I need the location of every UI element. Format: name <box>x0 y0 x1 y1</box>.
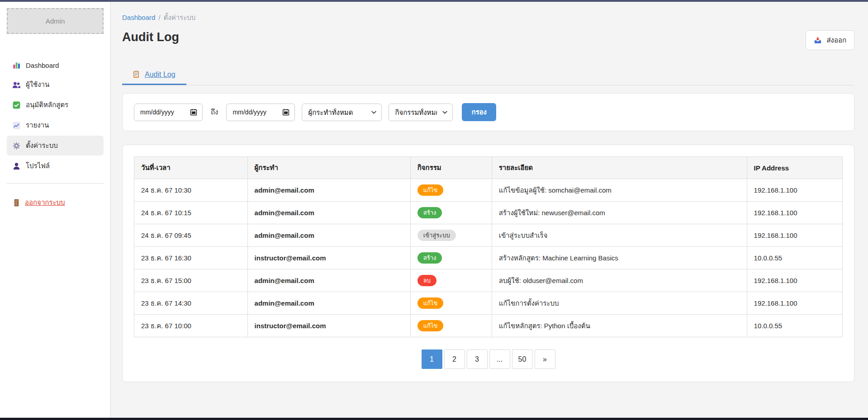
pagination-page-...[interactable]: ... <box>489 349 510 369</box>
table-row: 24 ธ.ค. 67 09:45 admin@email.com เข้าสู่… <box>134 224 843 247</box>
cell-datetime: 24 ธ.ค. 67 10:15 <box>134 202 248 224</box>
pagination-page-1[interactable]: 1 <box>422 349 442 369</box>
activity-filter-select[interactable]: กิจกรรมทั้งหมด <box>389 104 453 121</box>
date-to-field <box>226 104 295 121</box>
sidebar-item-label: ตั้งค่าระบบ <box>26 140 58 151</box>
export-tray-icon <box>814 36 822 45</box>
gear-icon <box>12 142 21 150</box>
sidebar-item-profile[interactable]: โปรไฟล์ <box>7 156 104 176</box>
sidebar-item-approve-courses[interactable]: อนุมัติหลักสูตร <box>7 95 104 115</box>
cell-actor: admin@email.com <box>247 224 410 247</box>
sidebar-item-label: อนุมัติหลักสูตร <box>26 99 68 110</box>
sidebar-item-label: รายงาน <box>26 120 49 131</box>
cell-action: แก้ไข <box>410 315 492 337</box>
column-header: กิจกรรม <box>410 157 492 179</box>
breadcrumb-current: ตั้งค่าระบบ <box>164 14 196 21</box>
app-root: Admin Dashboard ผู้ใช้งาน อนุมัติหลักสูต… <box>0 2 868 418</box>
export-button-label: ส่งออก <box>826 35 846 46</box>
action-badge: ลบ <box>417 275 436 286</box>
line-chart-icon <box>12 121 21 130</box>
pagination-page-2[interactable]: 2 <box>444 349 465 369</box>
logout-label: ออกจากระบบ <box>25 197 65 208</box>
cell-action: แก้ไข <box>410 292 492 315</box>
cell-actor: admin@email.com <box>247 292 410 315</box>
action-badge: แก้ไข <box>417 320 444 331</box>
tab-audit-log-label: Audit Log <box>145 71 175 79</box>
cell-details: ลบผู้ใช้: olduser@email.com <box>492 269 747 292</box>
sidebar-divider <box>7 183 104 184</box>
cell-actor: admin@email.com <box>247 179 410 202</box>
audit-table-card: วันที่-เวลาผู้กระทำกิจกรรมรายละเอียดIP A… <box>122 145 854 382</box>
cell-datetime: 24 ธ.ค. 67 09:45 <box>134 224 248 247</box>
cell-datetime: 24 ธ.ค. 67 10:30 <box>134 179 248 202</box>
bar-chart-icon <box>12 61 21 70</box>
tab-bar: Audit Log <box>122 66 854 85</box>
pagination-next-button[interactable]: » <box>535 349 555 369</box>
cell-actor: instructor@email.com <box>247 315 410 337</box>
activity-select-wrap: กิจกรรมทั้งหมด <box>389 104 453 121</box>
action-badge: แก้ไข <box>417 184 444 196</box>
cell-ip: 192.168.1.100 <box>747 224 842 247</box>
cell-ip: 192.168.1.100 <box>747 292 842 315</box>
table-row: 24 ธ.ค. 67 10:15 admin@email.com สร้าง ส… <box>134 202 843 224</box>
cell-action: ลบ <box>410 269 492 292</box>
cell-action: สร้าง <box>410 247 492 269</box>
users-icon <box>12 80 21 89</box>
tab-audit-log[interactable]: Audit Log <box>122 66 186 85</box>
column-header: รายละเอียด <box>492 157 747 179</box>
sidebar-item-label: Dashboard <box>26 61 59 69</box>
page-title: Audit Log <box>122 30 179 44</box>
check-square-icon <box>12 101 21 109</box>
table-row: 23 ธ.ค. 67 10:00 instructor@email.com แก… <box>134 315 843 337</box>
cell-details: สร้างหลักสูตร: Machine Learning Basics <box>492 247 747 269</box>
cell-details: แก้ไขข้อมูลผู้ใช้: somchai@email.com <box>492 179 747 202</box>
cell-ip: 192.168.1.100 <box>747 202 842 224</box>
sidebar-item-users[interactable]: ผู้ใช้งาน <box>7 75 104 94</box>
column-header: วันที่-เวลา <box>134 157 248 179</box>
logo-placeholder: Admin <box>7 8 104 34</box>
breadcrumb-dashboard-link[interactable]: Dashboard <box>122 14 155 21</box>
cell-datetime: 23 ธ.ค. 67 15:00 <box>134 269 248 292</box>
action-badge: แก้ไข <box>417 297 444 309</box>
date-to-input[interactable] <box>226 104 295 121</box>
cell-ip: 192.168.1.100 <box>747 179 842 202</box>
column-header: ผู้กระทำ <box>247 157 410 179</box>
sidebar-item-label: โปรไฟล์ <box>26 160 50 171</box>
cell-ip: 10.0.0.55 <box>747 315 842 337</box>
cell-action: เข้าสู่ระบบ <box>410 224 492 247</box>
breadcrumb: Dashboard/ตั้งค่าระบบ <box>122 12 854 23</box>
actor-filter-select[interactable]: ผู้กระทำทั้งหมด <box>302 104 382 121</box>
cell-ip: 192.168.1.100 <box>747 269 842 292</box>
cell-datetime: 23 ธ.ค. 67 16:30 <box>134 247 248 269</box>
door-icon <box>12 198 21 207</box>
breadcrumb-separator: / <box>158 14 160 21</box>
sidebar-item-dashboard[interactable]: Dashboard <box>7 57 104 74</box>
cell-datetime: 23 ธ.ค. 67 10:00 <box>134 315 248 337</box>
audit-table: วันที่-เวลาผู้กระทำกิจกรรมรายละเอียดIP A… <box>134 156 843 337</box>
pagination: 123...50» <box>134 349 843 369</box>
sidebar-item-reports[interactable]: รายงาน <box>7 115 104 135</box>
cell-details: แก้ไขหลักสูตร: Python เบื้องต้น <box>492 315 747 337</box>
sidebar-item-label: ผู้ใช้งาน <box>26 79 49 90</box>
filter-button[interactable]: กรอง <box>462 103 496 121</box>
logout-link[interactable]: ออกจากระบบ <box>7 197 104 208</box>
cell-datetime: 23 ธ.ค. 67 14:30 <box>134 292 248 315</box>
pagination-page-3[interactable]: 3 <box>467 349 488 369</box>
export-button[interactable]: ส่งออก <box>806 30 854 50</box>
table-row: 23 ธ.ค. 67 14:30 admin@email.com แก้ไข แ… <box>134 292 843 315</box>
date-range-to-label: ถึง <box>209 107 219 118</box>
sidebar-item-settings[interactable]: ตั้งค่าระบบ <box>7 136 104 156</box>
cell-action: สร้าง <box>410 202 492 224</box>
action-badge: สร้าง <box>417 252 442 264</box>
column-header: IP Address <box>747 157 842 179</box>
table-row: 23 ธ.ค. 67 15:00 admin@email.com ลบ ลบผู… <box>134 269 843 292</box>
cell-actor: instructor@email.com <box>247 247 410 269</box>
main-content: Dashboard/ตั้งค่าระบบ Audit Log ส่งออก A… <box>111 2 868 418</box>
pagination-page-50[interactable]: 50 <box>512 349 533 369</box>
clipboard-icon <box>132 70 141 79</box>
sidebar: Admin Dashboard ผู้ใช้งาน อนุมัติหลักสูต… <box>0 2 111 418</box>
cell-details: แก้ไขการตั้งค่าระบบ <box>492 292 747 315</box>
date-from-input[interactable] <box>134 104 203 121</box>
person-icon <box>12 162 21 170</box>
actor-select-wrap: ผู้กระทำทั้งหมด <box>302 104 382 121</box>
